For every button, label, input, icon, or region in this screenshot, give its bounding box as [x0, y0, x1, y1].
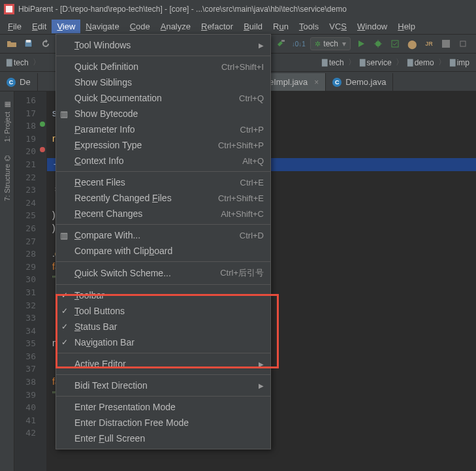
menu-item-enter-distraction-free-mode[interactable]: Enter Distraction Free Mode — [56, 415, 270, 430]
jrebel-icon[interactable]: JR — [421, 36, 437, 52]
line-number: 33 — [14, 312, 46, 325]
line-number: 21 — [14, 158, 46, 171]
menu-tools[interactable]: Tools — [294, 20, 324, 33]
menu-item-navigation-bar[interactable]: ✓Navigation Bar — [56, 334, 270, 350]
line-number: 39 — [14, 389, 46, 402]
menu-window[interactable]: Window — [352, 20, 392, 33]
check-icon: ✓ — [61, 306, 68, 316]
breadcrumb[interactable]: ▇demo — [405, 57, 437, 69]
menu-item-active-editor[interactable]: Active Editor▶ — [56, 356, 270, 372]
breadcrumb[interactable]: ▇tech — [4, 57, 31, 69]
shortcut: Ctrl+Shift+P — [218, 140, 264, 150]
profile-icon[interactable]: ⬤ — [404, 36, 420, 52]
menu-item-show-bytecode[interactable]: ▥Show Bytecode — [56, 106, 270, 122]
menu-item-toolbar[interactable]: ✓Toolbar — [56, 287, 270, 303]
menu-item-parameter-info[interactable]: Parameter InfoCtrl+P — [56, 122, 270, 137]
line-number: 27 — [14, 235, 46, 248]
shortcut: Ctrl+Shift+I — [221, 62, 264, 72]
menu-navigate[interactable]: Navigate — [80, 20, 124, 33]
line-number: 29 — [14, 261, 46, 274]
shortcut: Ctrl+P — [240, 125, 264, 135]
line-number: 26 — [14, 222, 46, 235]
line-number: 17 — [14, 107, 46, 120]
line-number: 30 — [14, 273, 46, 286]
run-configuration[interactable]: ✲ tech ▾ — [310, 37, 351, 50]
menu-item-recent-changes[interactable]: Recent ChangesAlt+Shift+C — [56, 206, 270, 221]
project-tool-button[interactable]: 1: Project▦ — [3, 101, 11, 142]
menu-run[interactable]: Run — [268, 20, 294, 33]
menu-vcs[interactable]: VCS — [324, 20, 352, 33]
diff-icon: ▥ — [60, 231, 68, 240]
hammer-icon[interactable] — [274, 36, 289, 52]
menu-item-status-bar[interactable]: ✓Status Bar — [56, 319, 270, 334]
menu-build[interactable]: Build — [238, 20, 268, 33]
line-number: 18 — [14, 120, 46, 133]
menu-item-compare-with-[interactable]: ▥Compare With...Ctrl+D — [56, 227, 270, 243]
refresh-icon[interactable] — [38, 36, 54, 52]
menu-item-tool-windows[interactable]: Tool Windows▶ — [56, 37, 270, 53]
line-number: 40 — [14, 401, 46, 414]
menu-item-quick-documentation[interactable]: Quick DocumentationCtrl+Q — [56, 90, 270, 106]
breadcrumb[interactable]: ▇imp — [447, 57, 472, 69]
line-number: 42 — [14, 427, 46, 440]
shortcut: Ctrl+后引号 — [220, 267, 264, 279]
menu-item-quick-definition[interactable]: Quick DefinitionCtrl+Shift+I — [56, 59, 270, 74]
structure-icon: ⌬ — [3, 155, 11, 161]
spring-icon: ✲ — [315, 40, 321, 48]
menu-item-context-info[interactable]: Context InfoAlt+Q — [56, 153, 270, 169]
menu-file[interactable]: File — [3, 20, 27, 33]
menu-view[interactable]: View — [52, 20, 80, 33]
menu-item-enter-presentation-mode[interactable]: Enter Presentation Mode — [56, 399, 270, 415]
shortcut: Ctrl+Shift+E — [218, 193, 264, 203]
left-tool-rail: 1: Project▦ 7: Structure⌬ — [0, 91, 14, 471]
menu-item-tool-buttons[interactable]: ✓Tool Buttons — [56, 303, 270, 319]
menu-item-expression-type[interactable]: Expression TypeCtrl+Shift+P — [56, 137, 270, 153]
breadcrumb[interactable]: ▇service — [357, 57, 394, 69]
attach-icon[interactable] — [455, 36, 471, 52]
title-bar: HbiParent - [D:\repo-hand\repo-tech\tech… — [0, 0, 476, 18]
open-icon[interactable] — [4, 36, 20, 52]
menu-help[interactable]: Help — [392, 20, 420, 33]
line-number: 24 — [14, 197, 46, 210]
menu-separator — [56, 261, 270, 262]
menu-separator — [56, 224, 270, 225]
check-icon: ✓ — [61, 338, 68, 347]
stop-icon[interactable] — [438, 36, 454, 52]
line-number: 32 — [14, 299, 46, 312]
svg-rect-4 — [281, 40, 285, 42]
menu-refactor[interactable]: Refactor — [196, 20, 238, 33]
editor-tab[interactable]: C De — [0, 73, 38, 91]
structure-tool-button[interactable]: 7: Structure⌬ — [3, 155, 11, 201]
breadcrumb[interactable]: ▇tech — [319, 57, 347, 69]
menu-analyze[interactable]: Analyze — [155, 20, 196, 33]
debug-icon[interactable] — [370, 36, 386, 52]
breadcrumb-sep: 〉 — [33, 57, 40, 68]
line-number: 31 — [14, 286, 46, 299]
menu-item-bidi-text-direction[interactable]: Bidi Text Direction▶ — [56, 378, 270, 393]
menu-item-compare-with-clipboard[interactable]: Compare with Clipboard — [56, 243, 270, 259]
menu-item-recent-files[interactable]: Recent FilesCtrl+E — [56, 174, 270, 190]
menu-code[interactable]: Code — [125, 20, 155, 33]
menu-item-enter-full-screen[interactable]: Enter Full Screen — [56, 430, 270, 446]
class-icon: C — [332, 78, 341, 87]
coverage-icon[interactable] — [387, 36, 403, 52]
chevron-down-icon: ▾ — [342, 39, 346, 48]
view-dropdown-menu[interactable]: Tool Windows▶Quick DefinitionCtrl+Shift+… — [56, 34, 271, 449]
menu-item-quick-switch-scheme-[interactable]: Quick Switch Scheme...Ctrl+后引号 — [56, 265, 270, 282]
save-all-icon[interactable] — [21, 36, 37, 52]
menu-item-show-siblings[interactable]: Show Siblings — [56, 74, 270, 90]
close-icon[interactable]: × — [314, 78, 319, 87]
shortcut: Ctrl+D — [240, 231, 264, 240]
line-number: 25 — [14, 209, 46, 222]
run-icon[interactable] — [353, 36, 369, 52]
svg-rect-9 — [442, 40, 450, 48]
editor-tab[interactable]: C Demo.java — [326, 73, 393, 91]
menu-edit[interactable]: Edit — [27, 20, 52, 33]
menu-item-recently-changed-files[interactable]: Recently Changed FilesCtrl+Shift+E — [56, 190, 270, 206]
menu-separator — [56, 374, 270, 375]
line-number: 37 — [14, 363, 46, 376]
shortcut: Ctrl+Q — [239, 93, 264, 103]
indent-icon[interactable]: ↓0↓1 — [291, 36, 306, 52]
svg-rect-3 — [26, 40, 31, 42]
folder-icon: ▇ — [7, 58, 12, 67]
